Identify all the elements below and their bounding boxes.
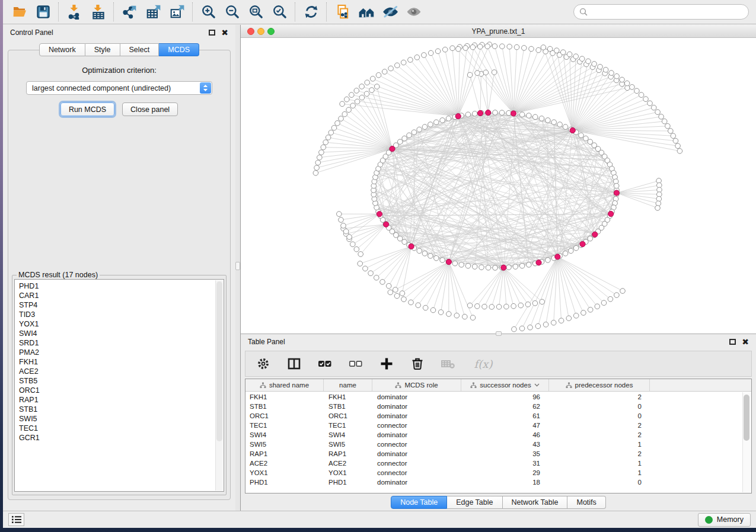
minimize-window-icon[interactable] xyxy=(257,28,264,35)
export-table-button[interactable] xyxy=(142,2,165,22)
mcds-result-item[interactable]: YOX1 xyxy=(19,319,224,329)
tab-style[interactable]: Style xyxy=(85,43,120,56)
run-mcds-button[interactable]: Run MCDS xyxy=(60,102,114,116)
scrollbar-thumb[interactable] xyxy=(744,395,749,441)
mcds-result-item[interactable]: RAP1 xyxy=(19,395,224,405)
zoom-fit-button[interactable] xyxy=(244,2,268,22)
mcds-result-item[interactable]: PHD1 xyxy=(19,281,224,291)
zoom-out-button[interactable] xyxy=(221,2,244,22)
select-all-button[interactable] xyxy=(317,355,333,373)
float-panel-icon[interactable] xyxy=(729,339,736,345)
tab-mcds[interactable]: MCDS xyxy=(159,43,199,56)
zoom-selected-icon xyxy=(272,4,288,20)
show-all-button[interactable] xyxy=(402,2,426,22)
horizontal-splitter-grip[interactable] xyxy=(496,331,502,336)
mcds-result-item[interactable]: FKH1 xyxy=(19,357,224,367)
table-body: FKH1FKH1dominator962STB1STB1dominator620… xyxy=(245,392,742,493)
zoom-out-icon xyxy=(225,4,240,20)
plus-icon xyxy=(379,357,394,371)
column-header-shared-name[interactable]: shared name xyxy=(245,379,324,391)
save-button[interactable] xyxy=(31,2,55,22)
mcds-result-item[interactable]: ORC1 xyxy=(19,386,224,395)
mcds-result-item[interactable]: CAR1 xyxy=(19,291,224,300)
table-row[interactable]: ORC1ORC1dominator610 xyxy=(245,411,742,421)
zoom-in-button[interactable] xyxy=(197,2,221,22)
delete-button[interactable] xyxy=(409,355,426,373)
mcds-result-item[interactable]: SRD1 xyxy=(19,338,224,348)
function-builder-button[interactable]: f(x) xyxy=(471,355,496,373)
export-network-button[interactable] xyxy=(118,2,142,22)
table-row[interactable]: SWI4SWI4dominator462 xyxy=(245,430,742,440)
table-row[interactable]: STB1STB1dominator620 xyxy=(245,402,742,411)
table-row[interactable]: PHD1PHD1dominator180 xyxy=(245,477,742,487)
tab-edge-table[interactable]: Edge Table xyxy=(447,496,502,509)
deselect-all-button[interactable] xyxy=(347,355,364,373)
import-network-button[interactable] xyxy=(63,2,87,22)
tab-node-table[interactable]: Node Table xyxy=(391,496,447,509)
main-toolbar xyxy=(3,0,756,24)
zoom-selected-button[interactable] xyxy=(268,2,292,22)
cell-succ: 31 xyxy=(461,460,549,467)
search-input[interactable] xyxy=(591,8,743,16)
mcds-result-item[interactable]: ACE2 xyxy=(19,367,224,376)
import-table-button[interactable] xyxy=(87,2,110,22)
houses-icon xyxy=(358,4,375,20)
mcds-result-item[interactable]: STB1 xyxy=(19,405,224,414)
column-header-successor-nodes[interactable]: successor nodes xyxy=(461,379,549,391)
column-header-predecessor-nodes[interactable]: predecessor nodes xyxy=(549,379,650,391)
refresh-button[interactable] xyxy=(299,2,323,22)
mcds-result-item[interactable]: GCR1 xyxy=(19,433,224,443)
scrollbar-thumb[interactable] xyxy=(216,281,222,441)
first-neighbors-button[interactable] xyxy=(355,2,378,22)
vertical-splitter[interactable] xyxy=(235,25,241,511)
table-row[interactable]: TEC1TEC1connector472 xyxy=(245,421,742,430)
table-row[interactable]: SWI5SWI5connector431 xyxy=(245,440,742,449)
network-view-titlebar[interactable]: YPA_prune.txt_1 xyxy=(241,25,756,38)
column-header-filler xyxy=(650,379,751,391)
mcds-result-item[interactable]: SWI5 xyxy=(19,414,224,424)
export-image-button[interactable] xyxy=(165,2,189,22)
task-history-button[interactable] xyxy=(8,513,24,526)
table-scrollbar[interactable] xyxy=(742,392,751,492)
cell-succ: 47 xyxy=(461,422,549,429)
network-canvas[interactable] xyxy=(241,38,756,334)
close-panel-button[interactable]: Close panel xyxy=(122,102,178,116)
column-header-MCDS-role[interactable]: MCDS role xyxy=(372,379,461,391)
close-panel-icon[interactable]: ✖ xyxy=(742,339,749,345)
mcds-result-list: PHD1CAR1STP4TID3YOX1SWI4SRD1PMA2FKH1ACE2… xyxy=(15,280,224,443)
mcds-result-item[interactable]: STP4 xyxy=(19,300,224,310)
tab-network[interactable]: Network xyxy=(39,43,85,56)
mcds-result-item[interactable]: PMA2 xyxy=(19,348,224,357)
duplicate-network-button[interactable] xyxy=(331,2,355,22)
float-panel-icon[interactable] xyxy=(209,30,215,36)
table-row[interactable]: YOX1YOX1connector291 xyxy=(245,468,742,477)
table-row[interactable]: ACE2ACE2connector311 xyxy=(245,459,742,468)
close-panel-icon[interactable]: ✖ xyxy=(221,30,228,36)
column-header-name[interactable]: name xyxy=(324,379,372,391)
table-row[interactable]: FKH1FKH1dominator962 xyxy=(245,392,742,402)
tab-select[interactable]: Select xyxy=(120,43,160,56)
search-field[interactable] xyxy=(573,4,749,20)
mcds-result-item[interactable]: TEC1 xyxy=(19,424,224,433)
tab-network-table[interactable]: Network Table xyxy=(503,496,568,509)
tab-motifs[interactable]: Motifs xyxy=(567,496,605,509)
hide-selected-button[interactable] xyxy=(378,2,402,22)
graph-nodes[interactable] xyxy=(313,42,682,332)
mcds-result-item[interactable]: STB5 xyxy=(19,376,224,386)
add-column-button[interactable] xyxy=(378,355,395,373)
splitter-grip[interactable] xyxy=(235,262,240,270)
maximize-window-icon[interactable] xyxy=(267,28,275,35)
open-button[interactable] xyxy=(8,2,31,22)
table-settings-button[interactable] xyxy=(255,355,272,373)
table-row[interactable]: RAP1RAP1dominator352 xyxy=(245,449,742,459)
close-window-icon[interactable] xyxy=(247,28,254,35)
memory-button[interactable]: Memory xyxy=(698,513,751,527)
mcds-list-scrollbar[interactable] xyxy=(215,280,223,491)
show-columns-button[interactable] xyxy=(286,355,302,373)
mcds-result-item[interactable]: TID3 xyxy=(19,310,224,319)
mcds-result-item[interactable]: SWI4 xyxy=(19,329,224,338)
delete-table-button[interactable] xyxy=(440,355,457,373)
criterion-select[interactable]: largest connected component (undirected) xyxy=(26,81,212,95)
cell-shared: PHD1 xyxy=(245,479,324,486)
chevron-down-icon[interactable] xyxy=(534,383,540,387)
